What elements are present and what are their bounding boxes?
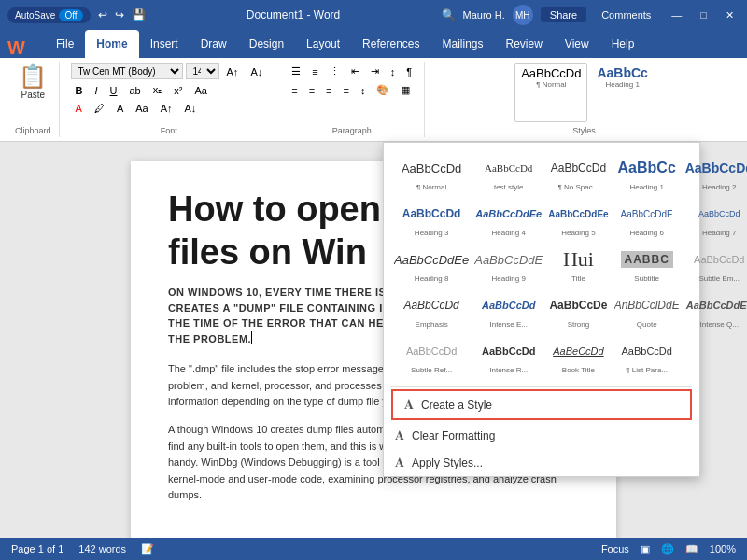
superscript-btn[interactable]: x² [169, 83, 187, 98]
tab-home[interactable]: Home [85, 30, 138, 58]
style-heading1-quick[interactable]: AaBbCc Heading 1 [591, 63, 653, 122]
undo-icon[interactable]: ↩ [98, 8, 107, 21]
style-emphasis[interactable]: AaBbCcDd Emphasis [391, 287, 472, 333]
apply-styles-action[interactable]: 𝐀 Apply Styles... [384, 449, 699, 476]
font-size-select[interactable]: 14 [186, 63, 219, 79]
style-no-space[interactable]: AaBbCcDd ¶ No Spac... [545, 150, 611, 196]
autosave-control[interactable]: AutoSave Off [7, 7, 91, 23]
style-h7[interactable]: AaBbCcDd Heading 7 [683, 196, 747, 242]
tab-design[interactable]: Design [238, 30, 295, 58]
line-spacing-btn[interactable]: ↕ [356, 82, 371, 98]
maximize-btn[interactable]: □ [695, 7, 712, 22]
align-center-btn[interactable]: ≡ [304, 82, 319, 98]
strikethrough-btn[interactable]: ab [125, 83, 146, 98]
paste-button[interactable]: 📋 Paste [19, 63, 47, 100]
style-h3[interactable]: AaBbCcDd Heading 3 [391, 196, 472, 242]
align-left-btn[interactable]: ≡ [287, 82, 302, 98]
search-icon[interactable]: 🔍 [442, 8, 456, 21]
style-title[interactable]: Hui Title [545, 242, 611, 287]
style-h8[interactable]: AaBbCcDdEe Heading 8 [391, 242, 472, 287]
comments-button[interactable]: Comments [594, 7, 658, 22]
style-subtle-em[interactable]: AaBbCcDd Subtle Em... [683, 242, 747, 287]
tab-layout[interactable]: Layout [295, 30, 351, 58]
increase-indent-btn[interactable]: ⇥ [366, 63, 384, 79]
clear-formatting-action[interactable]: 𝐀 Clear Formatting [384, 422, 699, 449]
style-normal[interactable]: AaBbCcDd ¶ Normal [391, 150, 472, 196]
create-style-action[interactable]: 𝐀 Create a Style [391, 389, 692, 420]
multilevel-btn[interactable]: ⋮ [325, 63, 345, 79]
ribbon-tabs: W File Home Insert Draw Design Layout Re… [0, 30, 747, 58]
tab-help[interactable]: Help [600, 30, 646, 58]
tab-references[interactable]: References [351, 30, 430, 58]
tab-review[interactable]: Review [495, 30, 554, 58]
increase-font-btn[interactable]: A↑ [222, 64, 244, 79]
close-btn[interactable]: ✕ [720, 7, 740, 23]
shading-btn[interactable]: 🎨 [372, 82, 394, 98]
style-h9[interactable]: AaBbCcDdE Heading 9 [472, 242, 545, 287]
style-h2[interactable]: AaBbCcDd Heading 2 [683, 150, 747, 196]
italic-btn[interactable]: I [90, 83, 102, 98]
style-h4[interactable]: AaBbCcDdEe Heading 4 [472, 196, 545, 242]
share-button[interactable]: Share [541, 7, 586, 22]
doc-title: Document1 - Word [146, 8, 442, 21]
tab-file[interactable]: File [45, 30, 85, 58]
bold-btn[interactable]: B [71, 83, 88, 98]
style-intense-e[interactable]: AaBbCcDd Intense E... [472, 287, 545, 333]
font-shrink-btn[interactable]: A↓ [180, 101, 202, 116]
font-grow-btn[interactable]: A↑ [156, 101, 177, 116]
show-marks-btn[interactable]: ¶ [402, 63, 416, 79]
style-intense-q[interactable]: AaBbCcDdEe Intense Q... [683, 287, 747, 333]
status-bar: Page 1 of 1 142 words 📝 Focus ▣ 🌐 📖 100% [0, 538, 747, 560]
save-icon[interactable]: 💾 [132, 8, 146, 21]
font-color-btn[interactable]: A [71, 101, 87, 116]
style-book-title[interactable]: AaBeCcDd Book Title [545, 333, 611, 379]
ribbon-group-styles: AaBbCcDd ¶ Normal AaBbCc Heading 1 Style… [429, 62, 740, 137]
numbering-btn[interactable]: ≡ [307, 63, 322, 79]
tab-insert[interactable]: Insert [139, 30, 190, 58]
align-right-btn[interactable]: ≡ [321, 82, 336, 98]
user-avatar[interactable]: MH [513, 5, 533, 25]
paragraph-label: Paragraph [332, 122, 372, 135]
para-row-2: ≡ ≡ ≡ ≡ ↕ 🎨 ▦ [287, 82, 416, 98]
minimize-btn[interactable]: — [666, 7, 687, 22]
style-quote[interactable]: AnBbCclDdE Quote [612, 287, 683, 333]
ribbon: 📋 Paste Clipboard Tw Cen MT (Body) 14 A↑… [0, 58, 747, 142]
page-info: Page 1 of 1 [11, 543, 63, 554]
style-subtle-ref[interactable]: AaBbCcDd Subtle Ref... [391, 333, 472, 379]
styles-dropdown: AaBbCcDd ¶ Normal AaBbCcDd test style Aa… [383, 142, 700, 477]
decrease-indent-btn[interactable]: ⇤ [346, 63, 364, 79]
text-effects-btn[interactable]: A [112, 101, 128, 116]
style-test[interactable]: AaBbCcDd test style [472, 150, 545, 196]
proofing-icon[interactable]: 📝 [141, 543, 154, 555]
font-controls: Tw Cen MT (Body) 14 A↑ A↓ B I U ab x₂ x²… [71, 63, 268, 116]
tab-mailings[interactable]: Mailings [430, 30, 494, 58]
tab-draw[interactable]: Draw [190, 30, 238, 58]
print-layout-icon[interactable]: ▣ [641, 543, 650, 555]
style-h6[interactable]: AaBbCcDdE Heading 6 [612, 196, 683, 242]
subscript-btn[interactable]: x₂ [148, 82, 167, 98]
clear-format-btn[interactable]: Aa [190, 83, 211, 98]
style-list-para[interactable]: AaBbCcDd ¶ List Para... [612, 333, 683, 379]
bullets-btn[interactable]: ☰ [287, 63, 305, 79]
autosave-toggle[interactable]: Off [59, 9, 82, 21]
style-subtitle[interactable]: AABBC Subtitle [612, 242, 683, 287]
style-h5[interactable]: AaBbCcDdEe Heading 5 [545, 196, 611, 242]
style-normal-quick[interactable]: AaBbCcDd ¶ Normal [514, 63, 587, 122]
focus-label[interactable]: Focus [601, 543, 629, 554]
change-case-btn[interactable]: Aa [131, 101, 152, 116]
highlight-btn[interactable]: 🖊 [90, 101, 109, 116]
read-mode-icon[interactable]: 📖 [685, 543, 698, 555]
style-strong[interactable]: AaBbCcDe Strong [545, 287, 611, 333]
underline-btn[interactable]: U [106, 83, 122, 98]
style-intense-r[interactable]: AaBbCcDd Intense R... [472, 333, 545, 379]
sort-btn[interactable]: ↕ [386, 63, 401, 79]
font-name-select[interactable]: Tw Cen MT (Body) [71, 63, 183, 79]
styles-label: Styles [572, 122, 596, 135]
redo-icon[interactable]: ↪ [115, 8, 124, 21]
justify-btn[interactable]: ≡ [338, 82, 353, 98]
borders-btn[interactable]: ▦ [396, 82, 415, 98]
decrease-font-btn[interactable]: A↓ [246, 64, 267, 79]
style-h1[interactable]: AaBbCc Heading 1 [612, 150, 683, 196]
web-layout-icon[interactable]: 🌐 [661, 543, 674, 555]
tab-view[interactable]: View [554, 30, 600, 58]
